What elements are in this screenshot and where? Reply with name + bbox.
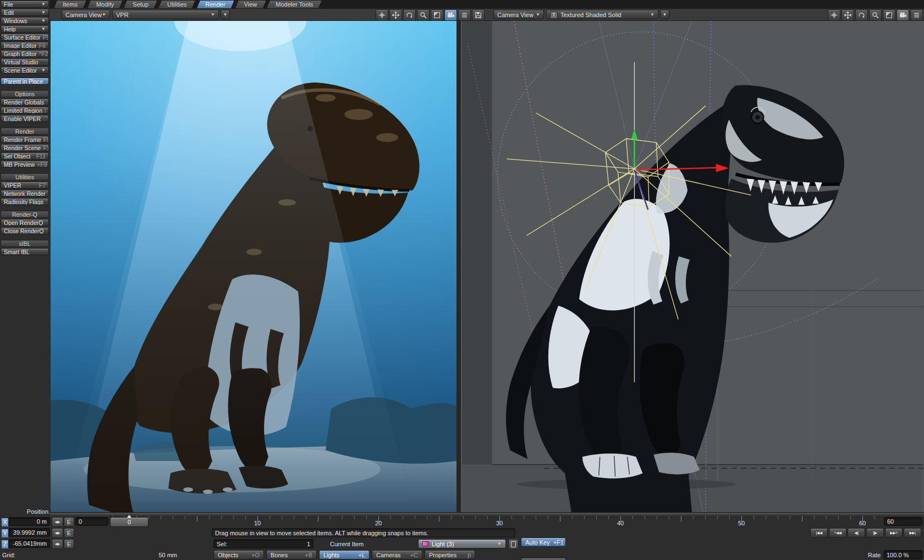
tab-view[interactable]: View <box>237 0 265 8</box>
cameras-button[interactable]: Cameras+C <box>372 550 422 559</box>
left-view-type-dropdown[interactable]: Camera View ▼ <box>62 10 110 19</box>
current-item-dropdown[interactable]: Light (3) ▼ <box>418 539 506 548</box>
tab-render[interactable]: Render <box>198 0 233 8</box>
sidebar-item-label: Virtual Studio <box>4 59 38 65</box>
sidebar-item-enable-viper[interactable]: Enable VIPER <box>1 115 49 122</box>
right-view-type-dropdown[interactable]: Camera View ▼ <box>493 10 544 19</box>
sidebar-item-mb-preview[interactable]: MB Preview+F9 <box>1 161 49 168</box>
tab-setup[interactable]: Setup <box>125 0 156 8</box>
zoom-icon[interactable] <box>417 9 430 21</box>
sidebar-item-label: Graph Editor <box>4 51 37 57</box>
timeline-tick-label: 20 <box>367 520 389 526</box>
sidebar-item-viper[interactable]: VIPERF7 <box>1 182 49 189</box>
left-render-mode-dropdown[interactable]: VPR ▼ <box>112 10 219 19</box>
viewport-divider[interactable] <box>457 21 461 512</box>
tab-label: Items <box>63 1 78 8</box>
last-frame-field[interactable]: 60 <box>884 517 922 526</box>
shortcut-label: F7 <box>39 182 46 189</box>
envelope-button[interactable]: E <box>64 517 74 527</box>
tab-utilities[interactable]: Utilities <box>160 0 194 8</box>
orbit-icon[interactable] <box>403 9 416 21</box>
sidebar-item-radiosity-flags[interactable]: Radiosity Flags <box>1 198 49 205</box>
envelope-button[interactable]: E <box>64 528 74 538</box>
skip-end-button[interactable]: ▶▶| <box>904 528 921 537</box>
camera-icon[interactable] <box>444 9 457 21</box>
right-viewport-options-button[interactable]: ▼ <box>660 10 669 19</box>
sidebar-item-close-renderq[interactable]: Close RenderQ <box>1 227 49 234</box>
camera-icon[interactable] <box>897 9 909 21</box>
shortcut-label: F10 <box>43 145 49 151</box>
lights-button[interactable]: Lights+L <box>319 550 370 559</box>
menu-help[interactable]: Help▼ <box>1 25 49 32</box>
list-icon[interactable] <box>458 9 471 21</box>
right-viewport-canvas[interactable] <box>461 21 924 512</box>
zoom-icon[interactable] <box>869 9 882 21</box>
sidebar-item-render-frame[interactable]: Render FrameF9 <box>1 136 49 143</box>
properties-button[interactable]: Propertiesp <box>425 550 475 559</box>
next-keyframe-icon: ▶▶+ <box>890 531 897 535</box>
move-icon[interactable] <box>376 9 388 21</box>
sidebar-item-smart-ibl[interactable]: Smart IBL <box>1 248 49 255</box>
chevron-down-icon: ▼ <box>211 13 215 17</box>
next-keyframe-button[interactable]: ▶▶+ <box>885 528 903 537</box>
left-viewport-canvas[interactable] <box>51 21 457 512</box>
maximize-icon[interactable] <box>883 9 895 21</box>
sidebar-item-sel-object[interactable]: Sel ObjectF11 <box>1 152 49 160</box>
chevron-down-icon: ▼ <box>41 2 46 7</box>
current-frame-field[interactable]: 0 <box>75 517 108 526</box>
parent-in-place-button[interactable]: Parent in Place <box>1 78 49 85</box>
rate-field[interactable]: 100.0 % <box>883 550 922 559</box>
pan-icon[interactable] <box>389 9 402 21</box>
sidebar-item-network-render[interactable]: Network Render <box>1 190 49 197</box>
tab-modify[interactable]: Modify <box>89 0 122 8</box>
timeline-slider[interactable]: 0 <box>110 517 148 527</box>
sidebar-item-surface-editor[interactable]: Surface EditorF5 <box>1 34 49 41</box>
auto-key-button[interactable]: Auto Key+F1 <box>521 537 566 547</box>
sidebar-item-label: Network Render <box>4 190 46 197</box>
item-list-button[interactable] <box>508 539 519 550</box>
caret-up-icon <box>127 515 131 518</box>
menu-file[interactable]: File▼ <box>1 1 49 8</box>
orbit-icon[interactable] <box>855 9 868 21</box>
nudge-stepper[interactable]: ◀▶ <box>52 517 63 527</box>
nudge-stepper[interactable]: ◀▶ <box>52 528 63 538</box>
axis-x-value-field[interactable]: 0 m <box>8 517 50 526</box>
skip-start-button[interactable]: |◀◀ <box>810 528 828 537</box>
sidebar-item-scene-editor[interactable]: Scene Editor▼ <box>1 67 49 74</box>
sidebar-item-render-scene[interactable]: Render SceneF10 <box>1 144 49 151</box>
sidebar-item-open-renderq[interactable]: Open RenderQ <box>1 219 49 226</box>
right-render-mode-dropdown[interactable]: T Textured Shaded Solid ▼ <box>546 10 658 19</box>
sidebar-item-limited-region[interactable]: Limited Regionl <box>1 107 49 114</box>
timeline-tick-label: 50 <box>730 520 752 526</box>
list-icon[interactable] <box>910 9 923 21</box>
tab-items[interactable]: Items <box>55 0 85 8</box>
step-back-button[interactable]: ◀|| <box>848 528 865 537</box>
transport-controls: |◀◀+◀◀◀||||▶▶▶+▶▶| <box>810 528 921 537</box>
sidebar-item-graph-editor[interactable]: Graph Editor^F2 <box>1 50 49 57</box>
pan-icon[interactable] <box>842 9 854 21</box>
sidebar-item-virtual-studio[interactable]: Virtual Studio <box>1 58 49 65</box>
save-icon[interactable] <box>472 9 485 21</box>
tab-label: Modeler Tools <box>276 1 313 8</box>
menu-edit[interactable]: Edit▼ <box>1 9 49 16</box>
objects-button[interactable]: Objects+O <box>213 550 264 559</box>
bones-button[interactable]: Bones+B <box>266 550 317 559</box>
left-viewport-options-button[interactable]: ▼ <box>221 10 230 19</box>
menu-windows[interactable]: Windows▼ <box>1 17 49 24</box>
envelope-button[interactable]: E <box>64 539 74 549</box>
axis-y-value-field[interactable]: 39.9992 mm <box>8 528 50 537</box>
axis-z-value-field[interactable]: -65.0419mm <box>8 539 50 548</box>
sidebar-item-render-globals[interactable]: Render Globals <box>1 98 49 106</box>
create-key-button[interactable]: Create Keyret <box>521 558 566 560</box>
prev-keyframe-icon: +◀◀ <box>834 531 841 535</box>
move-icon[interactable] <box>828 9 840 21</box>
step-forward-button[interactable]: ||▶ <box>866 528 884 537</box>
maximize-icon[interactable] <box>431 9 443 21</box>
viewport-scrollbar[interactable] <box>50 512 924 516</box>
tab-modeler-tools[interactable]: Modeler Tools <box>268 0 321 8</box>
sel-label: Sel: <box>217 541 227 547</box>
shortcut-label: p <box>468 552 471 558</box>
nudge-stepper[interactable]: ◀▶ <box>52 539 63 549</box>
sidebar-item-image-editor[interactable]: Image EditorF6 <box>1 42 49 49</box>
prev-keyframe-button[interactable]: +◀◀ <box>829 528 846 537</box>
